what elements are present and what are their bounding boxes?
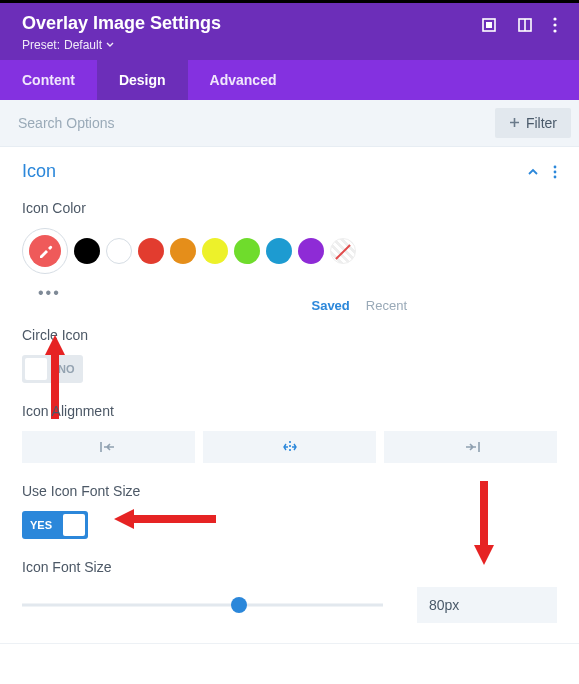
color-picker-button[interactable] xyxy=(22,228,68,274)
svg-point-5 xyxy=(553,23,556,26)
modal-header: Overlay Image Settings Preset: Default xyxy=(0,3,579,60)
slider-thumb[interactable] xyxy=(231,597,247,613)
align-left-button[interactable] xyxy=(22,431,195,463)
svg-point-9 xyxy=(554,175,557,178)
filter-button[interactable]: Filter xyxy=(495,108,571,138)
field-icon-font-size: Icon Font Size xyxy=(22,559,557,623)
svg-rect-1 xyxy=(486,22,492,28)
label-use-icon-font-size: Use Icon Font Size xyxy=(22,483,557,499)
swatch-red[interactable] xyxy=(138,238,164,264)
font-size-slider[interactable] xyxy=(22,596,383,614)
filter-label: Filter xyxy=(526,115,557,131)
modal-title: Overlay Image Settings xyxy=(22,13,221,34)
swatch-black[interactable] xyxy=(74,238,100,264)
label-icon-color: Icon Color xyxy=(22,200,557,216)
annotation-arrow-left xyxy=(108,505,218,533)
snap-icon[interactable] xyxy=(517,17,533,33)
field-icon-color: Icon Color ••• Saved Recent xyxy=(22,200,557,313)
toggle-use-icon-font-size[interactable]: YES xyxy=(22,511,88,539)
swatch-purple[interactable] xyxy=(298,238,324,264)
settings-tabs: Content Design Advanced xyxy=(0,60,579,100)
tab-design[interactable]: Design xyxy=(97,60,188,100)
preset-dropdown[interactable]: Preset: Default xyxy=(22,38,221,52)
align-left-icon xyxy=(100,441,118,453)
section-divider xyxy=(0,643,579,644)
section-more-icon[interactable] xyxy=(553,165,557,179)
swatch-blue[interactable] xyxy=(266,238,292,264)
more-vert-icon[interactable] xyxy=(553,17,557,33)
label-icon-alignment: Icon Alignment xyxy=(22,403,557,419)
caret-down-icon xyxy=(106,38,114,52)
field-icon-alignment: Icon Alignment xyxy=(22,403,557,463)
align-center-button[interactable] xyxy=(203,431,376,463)
label-icon-font-size: Icon Font Size xyxy=(22,559,557,575)
swatch-transparent[interactable] xyxy=(330,238,356,264)
align-right-icon xyxy=(462,441,480,453)
svg-point-7 xyxy=(554,165,557,168)
field-circle-icon: Circle Icon NO xyxy=(22,327,557,383)
toggle-on-label: YES xyxy=(22,519,60,531)
swatch-orange[interactable] xyxy=(170,238,196,264)
recent-colors-tab[interactable]: Recent xyxy=(366,298,407,313)
search-input[interactable] xyxy=(14,109,495,137)
toggle-off-label: NO xyxy=(50,363,83,375)
svg-point-4 xyxy=(553,17,556,20)
align-center-icon xyxy=(281,440,299,454)
svg-point-6 xyxy=(553,29,556,32)
font-size-input[interactable] xyxy=(417,587,557,623)
svg-point-8 xyxy=(554,170,557,173)
section-title-icon: Icon xyxy=(22,161,56,182)
field-use-icon-font-size: Use Icon Font Size YES xyxy=(22,483,557,539)
saved-colors-tab[interactable]: Saved xyxy=(311,298,349,313)
search-bar: Filter xyxy=(0,100,579,147)
swatch-green[interactable] xyxy=(234,238,260,264)
plus-icon xyxy=(509,115,520,131)
swatch-yellow[interactable] xyxy=(202,238,228,264)
tab-advanced[interactable]: Advanced xyxy=(188,60,299,100)
swatch-white[interactable] xyxy=(106,238,132,264)
eyedropper-icon xyxy=(36,242,54,260)
label-circle-icon: Circle Icon xyxy=(22,327,557,343)
collapse-icon[interactable] xyxy=(527,166,539,178)
preset-value: Default xyxy=(64,38,102,52)
toggle-knob xyxy=(25,358,47,380)
toggle-circle-icon[interactable]: NO xyxy=(22,355,83,383)
tab-content[interactable]: Content xyxy=(0,60,97,100)
toggle-knob xyxy=(63,514,85,536)
design-panel: Icon Icon Color xyxy=(0,147,579,644)
align-right-button[interactable] xyxy=(384,431,557,463)
responsive-preview-icon[interactable] xyxy=(481,17,497,33)
preset-prefix: Preset: xyxy=(22,38,60,52)
slider-track xyxy=(22,604,383,607)
